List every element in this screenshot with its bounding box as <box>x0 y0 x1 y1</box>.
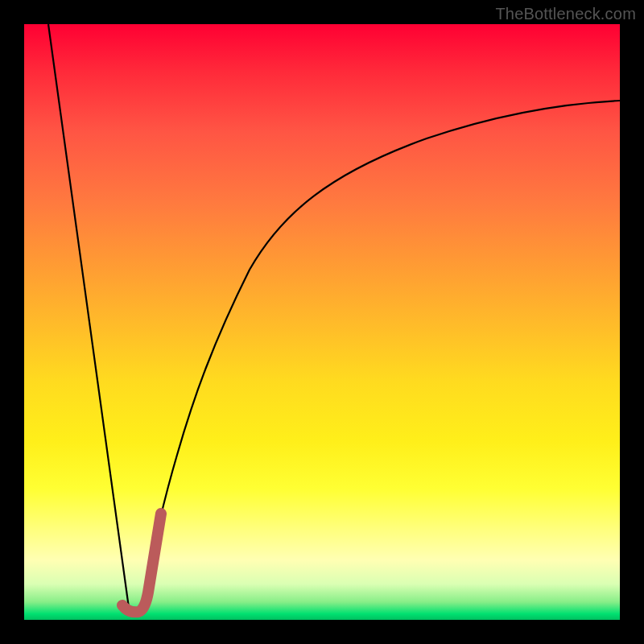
watermark-text: TheBottleneck.com <box>495 5 636 23</box>
log-curve <box>141 101 620 608</box>
plot-area <box>24 24 620 620</box>
left-line <box>48 24 129 608</box>
curves-layer <box>24 24 620 620</box>
chart-container: TheBottleneck.com <box>0 0 644 644</box>
